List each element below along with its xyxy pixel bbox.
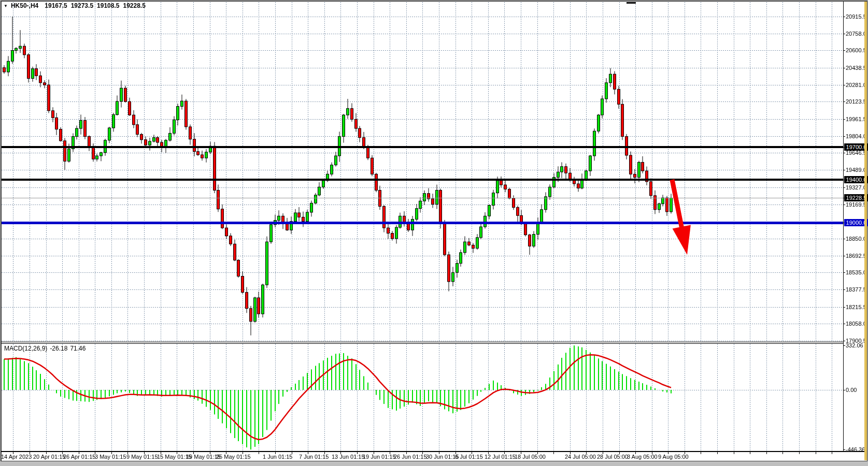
time-tick-label: 26 Jun 01:15: [394, 454, 427, 460]
price-tick-label: 19327.0: [846, 184, 866, 191]
price-tick-label: 19961.5: [846, 116, 866, 122]
price-tick-label: 20281.0: [846, 82, 866, 88]
price-tick-label: 18535.0: [846, 269, 866, 275]
price-tick-label: 19804.0: [846, 133, 866, 139]
time-tick-label: 9 Aug 05:00: [658, 454, 689, 460]
ohlc-low-value: 19108.5: [97, 2, 119, 9]
macd-tick-label: -446.36: [846, 446, 865, 453]
price-tick-label: 18058.0: [846, 321, 866, 327]
time-tick-label: 1 Jun 01:15: [263, 454, 293, 460]
macd-signal-value: 71.46: [70, 345, 86, 352]
chart-symbol-info: ▼HK50-,H419167.519273.519108.519228.5: [4, 2, 149, 9]
time-tick-label: 30 Jun 01:15: [426, 454, 459, 460]
chart-window: ▼HK50-,H419167.519273.519108.519228.5 MA…: [0, 0, 868, 466]
price-tick-label: 18215.5: [846, 304, 866, 310]
time-tick-label: 13 Jun 01:15: [332, 454, 365, 460]
time-tick-label: 28 Jul 05:00: [597, 454, 628, 460]
time-tick-label: 12 Jul 01:15: [485, 454, 516, 460]
time-tick-label: 14 Apr 2023: [1, 454, 32, 460]
price-tick-label: 20123.5: [846, 98, 866, 105]
ohlc-close-value: 19228.5: [123, 2, 145, 9]
macd-indicator-label: MACD(12,26,9)-26.1871.46: [4, 345, 88, 352]
price-tick-label: 19489.0: [846, 167, 866, 173]
price-tick-label: 18377.5: [846, 286, 866, 293]
time-tick-label: 26 Apr 01:15: [63, 454, 95, 460]
price-tick-label: 20915.5: [846, 13, 866, 20]
time-tick-label: 19 Jun 01:15: [363, 454, 396, 460]
ohlc-open-value: 19167.5: [45, 2, 67, 9]
price-tick-label: 20600.5: [846, 47, 866, 53]
price-tick-label: 20438.5: [846, 65, 866, 71]
time-tick-label: 24 Jul 05:00: [565, 454, 596, 460]
price-tick-label: 20758.0: [846, 31, 866, 37]
macd-current-value: -26.18: [50, 345, 67, 352]
time-tick-label: 19 May 01:15: [186, 454, 221, 460]
time-tick-label: 18 Jul 05:00: [515, 454, 546, 460]
ohlc-high-value: 19273.5: [71, 2, 93, 9]
time-tick-label: 20 Apr 01:15: [33, 454, 65, 460]
window-edge-highlight: [864, 2, 867, 460]
macd-tick-label: 0.00: [846, 387, 857, 393]
time-tick-label: 7 Jun 01:15: [299, 454, 329, 460]
chart-canvas[interactable]: [0, 0, 868, 466]
price-tick-label: 18850.0: [846, 236, 866, 242]
price-tick-label: 19169.5: [846, 201, 866, 208]
time-tick-label: 3 May 01:15: [95, 454, 126, 460]
time-tick-label: 25 May 01:15: [216, 454, 251, 460]
time-tick-label: 6 Jul 01:15: [455, 454, 483, 460]
drawing-object-anchor: [627, 2, 636, 4]
macd-indicator-name: MACD(12,26,9): [4, 345, 47, 352]
time-tick-label: 3 Aug 05:00: [627, 454, 658, 460]
time-tick-label: 9 May 01:15: [126, 454, 158, 460]
price-tick-label: 18692.5: [846, 253, 866, 259]
symbol-period-label: HK50-,H4: [11, 2, 38, 9]
macd-tick-label: 332.06: [846, 342, 863, 348]
symbol-dropdown-icon[interactable]: ▼: [4, 4, 8, 8]
